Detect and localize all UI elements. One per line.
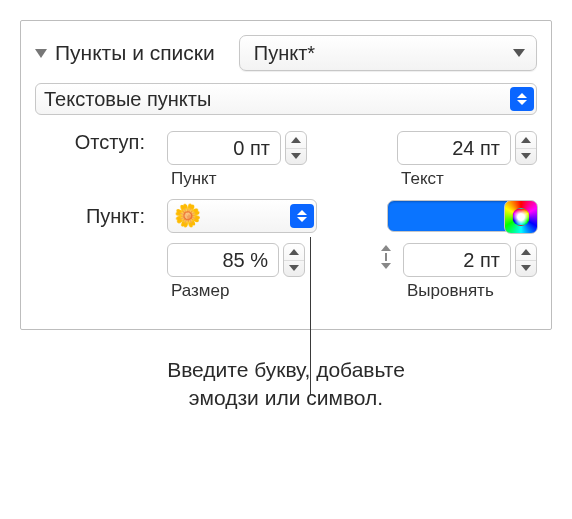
size-sublabel: Размер xyxy=(171,281,229,301)
list-style-dropdown[interactable]: Пункт* xyxy=(239,35,537,71)
callout-text: Введите букву, добавьте эмодзи или симво… xyxy=(20,356,552,413)
vertical-align-icon xyxy=(375,243,397,271)
section-header: Пункты и списки Пункт* xyxy=(35,35,537,71)
text-indent-field[interactable]: 24 пт xyxy=(397,131,511,165)
align-sublabel: Выровнять xyxy=(407,281,494,301)
align-field[interactable]: 2 пт xyxy=(403,243,511,277)
updown-icon xyxy=(510,87,534,111)
align-stepper[interactable] xyxy=(515,243,537,277)
text-indent-sublabel: Текст xyxy=(401,169,444,189)
bullet-label: Пункт: xyxy=(35,205,145,228)
text-indent-stepper[interactable] xyxy=(515,131,537,165)
color-wheel-icon[interactable] xyxy=(504,200,538,234)
bullet-character-value: 🌼 xyxy=(168,203,288,229)
bullet-character-popup[interactable]: 🌼 xyxy=(167,199,317,233)
bullet-indent-field[interactable]: 0 пт xyxy=(167,131,281,165)
bullet-type-value: Текстовые пункты xyxy=(36,88,508,111)
indent-label: Отступ: xyxy=(35,131,145,154)
disclosure-triangle-icon[interactable] xyxy=(35,49,47,58)
bullet-type-popup[interactable]: Текстовые пункты xyxy=(35,83,537,115)
bullet-color-well[interactable] xyxy=(387,200,537,232)
bullet-indent-sublabel: Пункт xyxy=(171,169,217,189)
size-field[interactable]: 85 % xyxy=(167,243,279,277)
updown-icon xyxy=(290,204,314,228)
list-style-value: Пункт* xyxy=(254,42,315,65)
bullet-indent-stepper[interactable] xyxy=(285,131,307,165)
section-title: Пункты и списки xyxy=(55,41,215,65)
bullets-lists-panel: Пункты и списки Пункт* Текстовые пункты … xyxy=(20,20,552,330)
size-stepper[interactable] xyxy=(283,243,305,277)
chevron-down-icon xyxy=(512,49,526,57)
